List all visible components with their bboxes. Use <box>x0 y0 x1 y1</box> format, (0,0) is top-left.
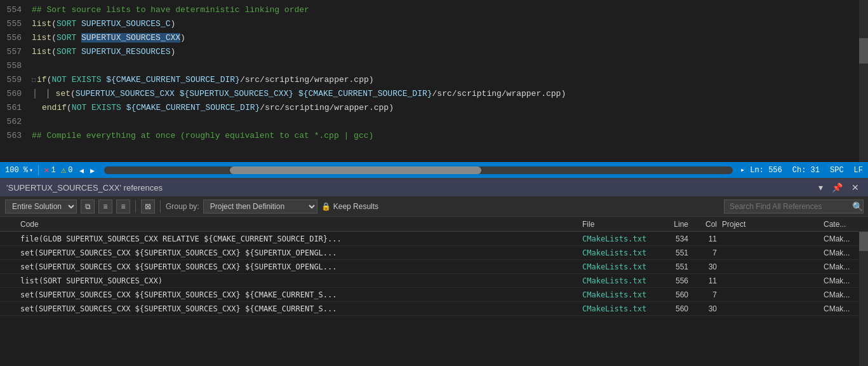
row-1-code: set(SUPERTUX_SOURCES_CXX ${SUPERTUX_SOUR… <box>15 248 582 257</box>
results-scroll-thumb <box>859 232 868 251</box>
row-2-code: set(SUPERTUX_SOURCES_CXX ${SUPERTUX_SOUR… <box>15 262 582 271</box>
col-col-header: Col <box>693 220 722 229</box>
panel-title: 'SUPERTUX_SOURCES_CXX' references <box>6 183 811 193</box>
lock-icon: 🔒 <box>321 202 331 211</box>
nav-forward-button[interactable]: ▸ <box>88 165 97 175</box>
scope-dropdown[interactable]: Entire Solution <box>5 200 77 214</box>
line-content-561: endif(NOT EXISTS ${CMAKE_CURRENT_SOURCE_… <box>32 103 868 112</box>
result-row-5[interactable]: set(SUPERTUX_SOURCES_CXX ${SUPERTUX_SOUR… <box>0 302 868 316</box>
line-num-562: 562 <box>0 117 32 126</box>
panel-actions: ▾ 📌 ✕ <box>816 181 862 194</box>
code-line-561: 561 endif(NOT EXISTS ${CMAKE_CURRENT_SOU… <box>0 100 868 114</box>
code-line-559: 559 □if(NOT EXISTS ${CMAKE_CURRENT_SOURC… <box>0 72 868 86</box>
panel-pin-button[interactable]: 📌 <box>829 181 845 194</box>
result-row-1[interactable]: set(SUPERTUX_SOURCES_CXX ${SUPERTUX_SOUR… <box>0 246 868 260</box>
toolbar-separator-2 <box>160 200 161 213</box>
search-refs-input[interactable] <box>724 200 864 214</box>
find-references-panel: 'SUPERTUX_SOURCES_CXX' references ▾ 📌 ✕ … <box>0 178 868 366</box>
code-lines: 554 ## Sort source lists to have determi… <box>0 0 868 142</box>
zoom-control[interactable]: 100 % ▾ <box>5 166 33 175</box>
col-file-header: File <box>582 220 658 229</box>
line-num-556: 556 <box>0 33 32 43</box>
row-5-code: set(SUPERTUX_SOURCES_CXX ${SUPERTUX_SOUR… <box>15 304 582 313</box>
row-3-line: 556 <box>658 276 693 285</box>
encoding-display: SPC <box>830 166 844 175</box>
filter-button[interactable]: ⊠ <box>141 200 155 214</box>
line-num-558: 558 <box>0 61 32 71</box>
line-content-557: list(SORT SUPERTUX_RESOURCES) <box>32 47 868 57</box>
group-by-dropdown[interactable]: Project then Definition <box>203 200 317 214</box>
result-row-4[interactable]: set(SUPERTUX_SOURCES_CXX ${SUPERTUX_SOUR… <box>0 288 868 302</box>
eol-display: LF <box>854 166 863 175</box>
nav-buttons: ◂ ▸ <box>77 165 97 175</box>
code-line-560: 560 │ set(SUPERTUX_SOURCES_CXX ${SUPERTU… <box>0 86 868 100</box>
editor-scrollbar[interactable] <box>859 0 868 162</box>
row-0-code: file(GLOB SUPERTUX_SOURCES_CXX RELATIVE … <box>15 234 582 243</box>
code-line-556: 556 list(SORT SUPERTUX_SOURCES_CXX) <box>0 30 868 44</box>
status-right: Ln: 556 Ch: 31 SPC LF <box>750 166 863 175</box>
horizontal-scrollbar-thumb <box>230 166 481 174</box>
line-num-563: 563 <box>0 131 32 140</box>
ch-display: Ch: 31 <box>792 166 820 175</box>
line-content-563: ## Compile everything at once (roughly e… <box>32 131 868 140</box>
row-1-col: 7 <box>693 248 722 257</box>
results-body: file(GLOB SUPERTUX_SOURCES_CXX RELATIVE … <box>0 232 868 366</box>
panel-close-button[interactable]: ✕ <box>849 181 862 194</box>
line-num-554: 554 <box>0 5 32 15</box>
col-code-header: Code <box>15 220 582 229</box>
warning-count[interactable]: ⚠ 0 <box>61 165 73 175</box>
zoom-value: 100 % <box>5 166 28 175</box>
results-header: Code File Line Col Project Cate... <box>0 217 868 232</box>
keep-results-label: Keep Results <box>333 202 378 211</box>
panel-titlebar: 'SUPERTUX_SOURCES_CXX' references ▾ 📌 ✕ <box>0 179 868 196</box>
col-cate-header: Cate... <box>824 220 868 229</box>
row-4-code: set(SUPERTUX_SOURCES_CXX ${SUPERTUX_SOUR… <box>15 290 582 299</box>
row-2-file: CMakeLists.txt <box>582 262 658 271</box>
error-icon: ✕ <box>44 165 49 175</box>
panel-dropdown-button[interactable]: ▾ <box>816 181 825 194</box>
code-line-554: 554 ## Sort source lists to have determi… <box>0 3 868 17</box>
warning-num: 0 <box>68 166 72 175</box>
code-editor: 554 ## Sort source lists to have determi… <box>0 0 868 162</box>
collapse-button[interactable]: ≡ <box>116 200 130 214</box>
line-num-560: 560 <box>0 89 32 98</box>
copy-button[interactable]: ⧉ <box>81 200 95 214</box>
status-divider-1 <box>38 165 39 175</box>
row-4-col: 7 <box>693 290 722 299</box>
row-0-file: CMakeLists.txt <box>582 234 658 243</box>
code-line-563: 563 ## Compile everything at once (rough… <box>0 128 868 142</box>
toolbar-separator <box>135 200 136 213</box>
horizontal-scrollbar[interactable] <box>104 166 733 174</box>
row-0-col: 11 <box>693 234 722 243</box>
line-num-557: 557 <box>0 47 32 57</box>
row-2-col: 30 <box>693 262 722 271</box>
nav-back-button[interactable]: ◂ <box>77 165 86 175</box>
ln-display: Ln: 556 <box>750 166 782 175</box>
line-content-556: list(SORT SUPERTUX_SOURCES_CXX) <box>32 33 868 43</box>
line-num-559: 559 <box>0 75 32 85</box>
zoom-dropdown-icon[interactable]: ▾ <box>29 166 33 174</box>
line-content-560: │ set(SUPERTUX_SOURCES_CXX ${SUPERTUX_SO… <box>34 89 868 98</box>
error-num: 1 <box>51 166 55 175</box>
row-5-line: 560 <box>658 304 693 313</box>
nav-scroll-right[interactable]: ▸ <box>740 165 745 175</box>
line-content-554: ## Sort source lists to have determinist… <box>32 5 868 15</box>
error-count[interactable]: ✕ 1 <box>44 165 56 175</box>
keep-results-button[interactable]: 🔒 Keep Results <box>321 202 378 211</box>
col-project-header: Project <box>722 220 824 229</box>
row-3-col: 11 <box>693 276 722 285</box>
search-refs-icon-button[interactable]: 🔍 <box>852 201 863 212</box>
row-3-file: CMakeLists.txt <box>582 276 658 285</box>
result-row-0[interactable]: file(GLOB SUPERTUX_SOURCES_CXX RELATIVE … <box>0 232 868 246</box>
expand-button[interactable]: ≡ <box>98 200 112 214</box>
row-5-col: 30 <box>693 304 722 313</box>
line-num-561: 561 <box>0 103 32 112</box>
result-row-3[interactable]: list(SORT SUPERTUX_SOURCES_CXX) CMakeLis… <box>0 274 868 288</box>
line-content-559: □if(NOT EXISTS ${CMAKE_CURRENT_SOURCE_DI… <box>32 75 868 85</box>
status-bar: 100 % ▾ ✕ 1 ⚠ 0 ◂ ▸ ▸ Ln: 556 Ch: 31 SPC… <box>0 162 868 178</box>
results-table: Code File Line Col Project Cate... file(… <box>0 217 868 366</box>
results-scrollbar[interactable] <box>859 232 868 366</box>
code-line-557: 557 list(SORT SUPERTUX_RESOURCES) <box>0 44 868 58</box>
warning-icon: ⚠ <box>61 165 66 175</box>
result-row-2[interactable]: set(SUPERTUX_SOURCES_CXX ${SUPERTUX_SOUR… <box>0 260 868 274</box>
